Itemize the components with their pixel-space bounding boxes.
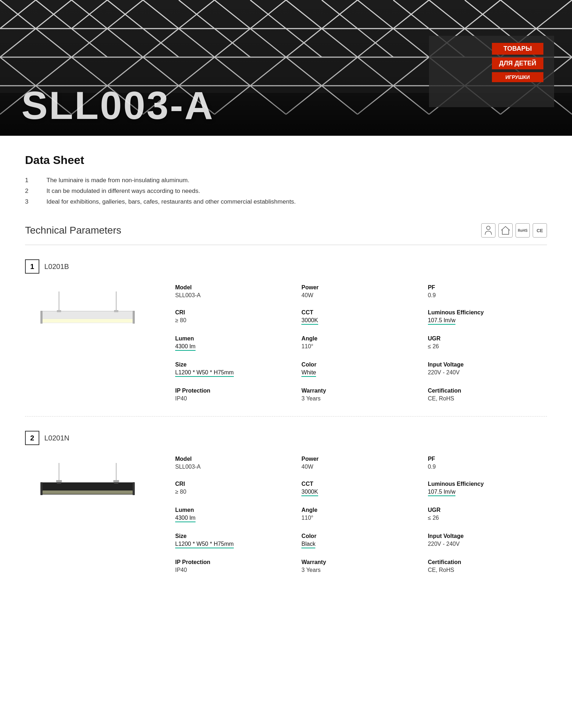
- product-2-cct: CCT 3000K: [301, 481, 420, 496]
- product-2-cri: CRI ≥ 80: [175, 481, 294, 496]
- product-2-lumen-value: 4300 lm: [175, 515, 196, 522]
- product-2-size-value: L1200 * W50 * H75mm: [175, 541, 234, 548]
- hero-title: SLL003-A: [21, 86, 214, 125]
- product-2-ip: IP Protection IP40: [175, 559, 294, 573]
- svg-rect-55: [41, 311, 134, 319]
- store-sign-3: ИГРУШКИ: [492, 72, 543, 82]
- product-1-cert: Certification CE, RoHS: [428, 388, 547, 402]
- product-2-params-grid: Model SLL003-A Power 40W PF 0.9 CRI ≥ 80…: [175, 456, 547, 573]
- product-2-num: 2: [25, 431, 39, 445]
- product-2-cert-label: Certification: [428, 559, 547, 565]
- ce-cert-icon: CE: [533, 223, 547, 238]
- feature-text-3: Ideal for exhibitions, galleries, bars, …: [46, 198, 296, 205]
- product-1-angle-label: Angle: [301, 335, 420, 342]
- product-1-voltage: Input Voltage 220V - 240V: [428, 361, 547, 377]
- product-1-power-label: Power: [301, 284, 420, 291]
- datasheet-title: Data Sheet: [25, 154, 547, 167]
- product-1-model-value: SLL003-A: [175, 292, 294, 299]
- product-1-color: Color White: [301, 361, 420, 377]
- product-1-ugr-label: UGR: [428, 335, 547, 342]
- svg-rect-58: [40, 311, 43, 324]
- svg-rect-66: [43, 490, 133, 494]
- feature-text-1: The luminaire is made from non-insulatin…: [46, 177, 189, 184]
- feature-3: 3 Ideal for exhibitions, galleries, bars…: [25, 198, 547, 205]
- house-icon: [501, 226, 510, 235]
- product-1-warranty-label: Warranty: [301, 388, 420, 394]
- divider-dashed-1: [25, 416, 547, 417]
- product-1-ip-value: IP40: [175, 395, 294, 402]
- product-1-image-col: [25, 284, 161, 402]
- product-1-label: 1 L0201B: [25, 259, 547, 274]
- person-cert-icon: [481, 223, 495, 238]
- svg-rect-61: [114, 310, 118, 312]
- product-1-ugr-value: ≤ 26: [428, 343, 547, 350]
- product-2-power: Power 40W: [301, 456, 420, 470]
- product-1-lum-eff-label: Luminous Efficiency: [428, 309, 547, 316]
- product-1-lumen: Lumen 4300 lm: [175, 335, 294, 351]
- product-2-pf-label: PF: [428, 456, 547, 462]
- main-content: Data Sheet 1 The luminaire is made from …: [0, 136, 572, 598]
- product-1-lum-eff: Luminous Efficiency 107.5 lm/w: [428, 309, 547, 325]
- feature-num-3: 3: [25, 198, 36, 205]
- product-2-voltage-label: Input Voltage: [428, 533, 547, 539]
- product-2-angle-label: Angle: [301, 507, 420, 513]
- product-2-cct-label: CCT: [301, 481, 420, 487]
- features-list: 1 The luminaire is made from non-insulat…: [25, 177, 547, 205]
- svg-rect-68: [133, 482, 135, 495]
- product-1-cct: CCT 3000K: [301, 309, 420, 325]
- product-2-label: 2 L0201N: [25, 431, 547, 445]
- feature-num-1: 1: [25, 177, 36, 184]
- divider-full: [25, 245, 547, 245]
- product-1-size-value: L1200 * W50 * H75mm: [175, 369, 234, 377]
- product-1-pf-label: PF: [428, 284, 547, 291]
- product-2-angle: Angle 110°: [301, 507, 420, 522]
- product-1-angle-value: 110°: [301, 343, 420, 350]
- product-1-lumen-label: Lumen: [175, 335, 294, 342]
- product-1-ugr: UGR ≤ 26: [428, 335, 547, 351]
- product-1-ip: IP Protection IP40: [175, 388, 294, 402]
- svg-rect-64: [41, 483, 134, 490]
- product-2-model: Model SLL003-A: [175, 456, 294, 470]
- product-2-lum-eff-value: 107.5 lm/w: [428, 489, 455, 496]
- product-1-size-label: Size: [175, 361, 294, 368]
- product-2-image: [25, 463, 150, 527]
- product-1-cri-label: CRI: [175, 309, 294, 316]
- product-1-row: Model SLL003-A Power 40W PF 0.9 CRI ≥ 80…: [25, 284, 547, 402]
- product-2-ip-value: IP40: [175, 567, 294, 573]
- store-sign-2: ДЛЯ ДЕТЕЙ: [492, 58, 543, 69]
- product-1-params-grid: Model SLL003-A Power 40W PF 0.9 CRI ≥ 80…: [175, 284, 547, 402]
- svg-rect-59: [133, 311, 135, 324]
- product-1-code: L0201B: [44, 263, 69, 271]
- product-1-lum-eff-value: 107.5 lm/w: [428, 317, 455, 325]
- product-2-warranty-value: 3 Years: [301, 567, 420, 573]
- svg-rect-71: [56, 480, 62, 482]
- tech-title: Technical Parameters: [25, 225, 121, 236]
- product-2-lum-eff: Luminous Efficiency 107.5 lm/w: [428, 481, 547, 496]
- product-2-ugr: UGR ≤ 26: [428, 507, 547, 522]
- feature-2: 2 It can be modulated in different ways …: [25, 188, 547, 195]
- product-2-voltage: Input Voltage 220V - 240V: [428, 533, 547, 548]
- product-2-cct-value: 3000K: [301, 489, 318, 496]
- svg-rect-72: [113, 480, 119, 482]
- product-2-power-label: Power: [301, 456, 420, 462]
- product-1-pf-value: 0.9: [428, 292, 547, 299]
- product-1-cct-label: CCT: [301, 309, 420, 316]
- house-cert-icon: [498, 223, 513, 238]
- store-signs: ТОВАРЫ ДЛЯ ДЕТЕЙ ИГРУШКИ: [492, 43, 543, 82]
- feature-1: 1 The luminaire is made from non-insulat…: [25, 177, 547, 184]
- product-1-cri: CRI ≥ 80: [175, 309, 294, 325]
- product-2-cri-value: ≥ 80: [175, 489, 294, 495]
- product-2-cert-value: CE, RoHS: [428, 567, 547, 573]
- svg-rect-57: [43, 319, 133, 323]
- product-1-header: 1 L0201B: [25, 259, 547, 274]
- svg-rect-67: [40, 482, 43, 495]
- product-1-cri-value: ≥ 80: [175, 317, 294, 324]
- product-1-model: Model SLL003-A: [175, 284, 294, 299]
- product-1-pf: PF 0.9: [428, 284, 547, 299]
- product-1-ip-label: IP Protection: [175, 388, 294, 394]
- product-2-color-label: Color: [301, 533, 420, 539]
- product-2-color: Color Black: [301, 533, 420, 548]
- product-2-ugr-value: ≤ 26: [428, 515, 547, 521]
- product-1-warranty: Warranty 3 Years: [301, 388, 420, 402]
- product-2-size-label: Size: [175, 533, 294, 539]
